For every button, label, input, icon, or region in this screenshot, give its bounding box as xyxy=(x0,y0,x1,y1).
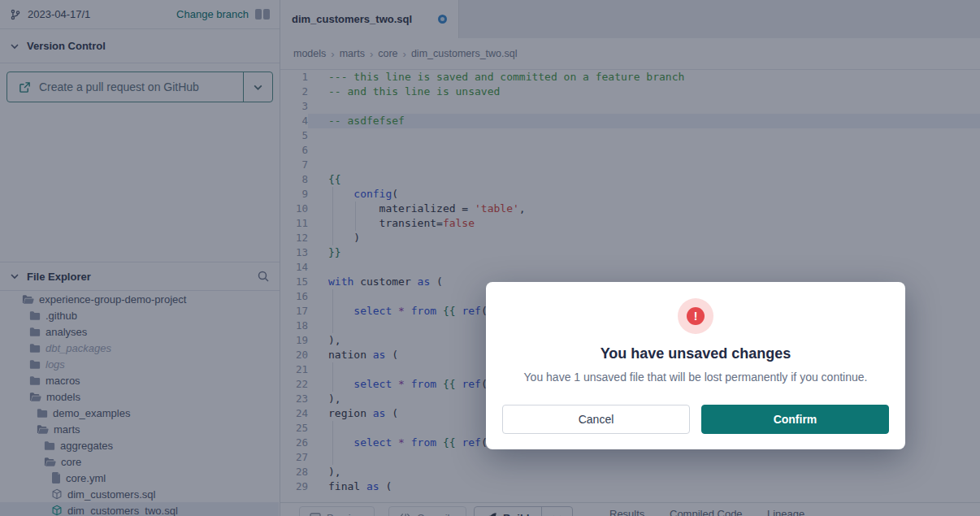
confirm-button[interactable]: Confirm xyxy=(701,405,889,434)
dbt-cloud-ide: 2023-04-17/1 Change branch Version Contr… xyxy=(0,0,980,516)
exclamation-icon: ! xyxy=(687,307,705,325)
modal-title: You have unsaved changes xyxy=(601,345,791,362)
unsaved-changes-modal: ! You have unsaved changes You have 1 un… xyxy=(486,282,905,449)
alert-icon: ! xyxy=(678,298,713,334)
cancel-button[interactable]: Cancel xyxy=(502,405,690,434)
modal-body-text: You have 1 unsaved file that will be los… xyxy=(524,371,868,384)
modal-actions: Cancel Confirm xyxy=(502,405,889,434)
